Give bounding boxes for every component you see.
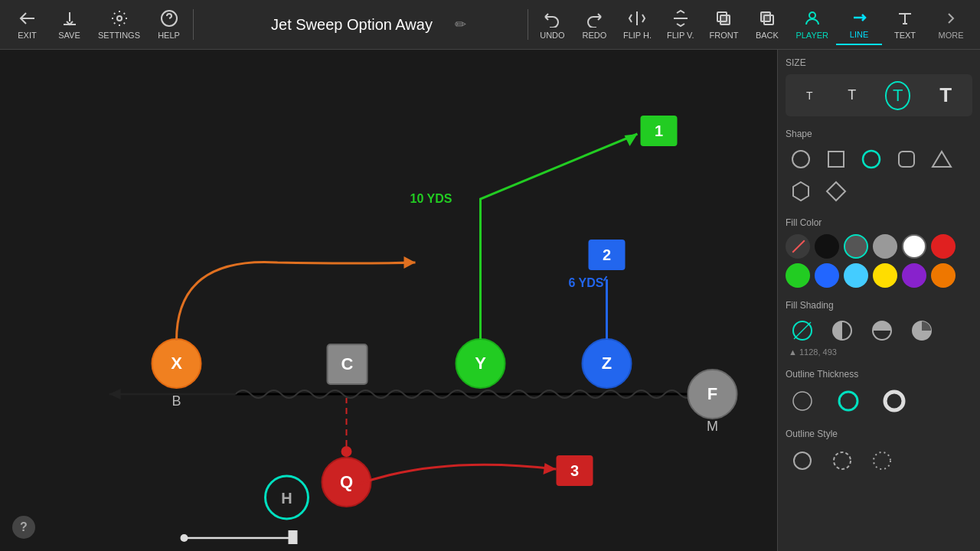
settings-button[interactable]: SETTINGS [90,5,148,44]
shade-half-btn[interactable] [865,317,899,344]
svg-line-52 [794,322,811,339]
shape-triangle-btn[interactable] [926,145,957,173]
back-button[interactable]: BACK [746,5,788,44]
svg-point-56 [793,392,812,410]
flip-v-button[interactable]: FLIP V. [659,5,701,44]
svg-text:B: B [172,393,181,409]
thickness-thick-btn[interactable] [877,386,911,416]
front-label: FRONT [710,31,739,40]
size-xlarge-button[interactable]: T [933,80,958,110]
svg-rect-45 [828,152,844,167]
color-purple-swatch[interactable] [902,263,926,288]
size-medium-button[interactable]: T [841,84,862,106]
undo-label: UNDO [540,31,564,40]
help-label: HELP [158,31,180,40]
shape-circle-selected-btn[interactable] [856,145,887,173]
divider-1 [193,9,194,40]
svg-text:2: 2 [603,246,611,263]
thickness-thin-btn[interactable] [786,386,819,416]
color-gray-swatch[interactable] [873,234,897,259]
back-label: BACK [756,31,779,40]
shape-hexagon-btn[interactable] [786,178,816,205]
shape-grid [786,145,972,205]
svg-text:Y: Y [475,354,486,373]
front-button[interactable]: FRONT [702,5,746,44]
thickness-row [786,386,972,416]
exit-label: EXIT [18,31,36,40]
color-blue-swatch[interactable] [815,263,839,288]
color-black-swatch[interactable] [815,234,839,259]
color-red-swatch[interactable] [931,234,956,259]
svg-text:Z: Z [602,354,612,373]
outline-style-title: Outline Style [786,429,972,439]
size-large-button[interactable]: T [885,81,910,110]
shade-quarter-btn[interactable] [825,317,859,344]
svg-rect-43 [289,530,298,544]
save-button[interactable]: SAVE [48,5,90,44]
shade-three-quarter-btn[interactable] [905,317,939,344]
flip-h-label: FLIP H. [623,31,652,40]
svg-marker-9 [109,389,121,399]
thickness-medium-btn[interactable] [831,386,865,416]
outline-solid-btn[interactable] [786,445,819,476]
svg-rect-4 [761,12,770,21]
shape-circle-btn[interactable] [786,145,816,173]
svg-point-0 [117,16,122,21]
size-row: T T T T [786,74,972,116]
edit-title-icon[interactable]: ✏ [455,16,466,33]
color-light-blue-swatch[interactable] [844,263,868,288]
right-panel: SIZE T T T T Shape [777,50,980,551]
size-title: SIZE [786,57,972,68]
svg-point-58 [885,392,903,410]
save-label: SAVE [58,31,80,40]
divider-2 [528,9,528,40]
more-tool-button[interactable]: MORE [928,5,974,44]
help-toolbar-button[interactable]: HELP [148,5,190,44]
flip-h-button[interactable]: FLIP H. [616,5,659,44]
outline-thickness-section: Outline Thickness [786,369,972,416]
play-title-input[interactable]: Jet Sweep Option Away [255,16,449,34]
outline-style-row [786,445,972,476]
shade-none-btn[interactable] [786,317,819,344]
svg-text:1: 1 [655,122,663,139]
svg-text:Q: Q [340,472,353,491]
shape-diamond-btn[interactable] [821,178,851,205]
svg-point-59 [794,452,811,469]
size-small-button[interactable]: T [800,86,819,105]
player-tool-button[interactable]: PLAYER [788,5,836,44]
color-orange-swatch[interactable] [931,263,956,288]
color-yellow-swatch[interactable] [873,263,897,288]
color-green-swatch[interactable] [786,263,810,288]
svg-point-46 [863,151,880,168]
outline-dotted-btn[interactable] [865,445,899,476]
svg-text:3: 3 [570,462,579,479]
text-tool-button[interactable]: TEXT [882,5,928,44]
size-section: SIZE T T T T [786,57,972,116]
help-circle-button[interactable]: ? [12,516,35,539]
svg-marker-48 [933,152,951,167]
player-label: PLAYER [795,31,828,40]
line-tool-button[interactable]: LINE [836,4,882,45]
shape-square-btn[interactable] [821,145,851,173]
text-label: TEXT [894,31,916,40]
color-dark-gray-swatch[interactable] [844,234,868,259]
shape-rounded-square-btn[interactable] [891,145,922,173]
toolbar: EXIT SAVE SETTINGS HELP Jet Sweep Option… [0,0,980,50]
svg-text:6 YDS: 6 YDS [569,276,604,289]
svg-marker-28 [404,256,416,269]
svg-marker-50 [827,182,845,201]
color-none-swatch[interactable] [786,234,810,259]
svg-marker-29 [625,134,638,146]
exit-button[interactable]: EXIT [6,5,48,44]
redo-button[interactable]: REDO [573,5,616,44]
canvas-area[interactable]: X B C Y Z F M H Q [0,50,777,551]
shape-title: Shape [786,129,972,139]
cursor-position: ▲ 1128, 493 [786,347,972,357]
color-grid [786,234,972,288]
svg-marker-49 [793,182,808,201]
outline-dashed-btn[interactable] [825,445,859,476]
main-layout: X B C Y Z F M H Q [0,50,980,551]
undo-button[interactable]: UNDO [531,5,573,44]
fill-shading-section: Fill Shading [786,300,972,357]
color-white-swatch[interactable] [902,234,926,259]
